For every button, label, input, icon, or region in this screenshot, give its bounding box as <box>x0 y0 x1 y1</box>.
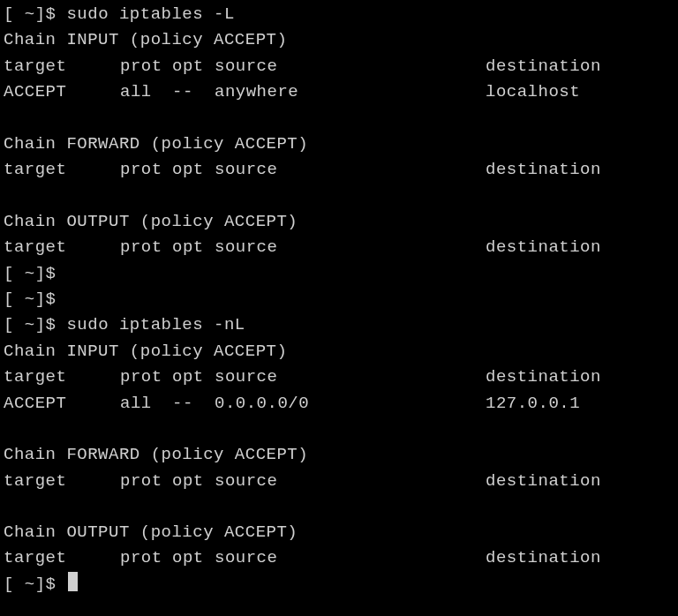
col-target: target <box>4 54 120 79</box>
blank-line <box>4 184 674 209</box>
col-opt: opt <box>172 469 215 494</box>
cursor-block <box>68 572 78 591</box>
table-header-row: targetprotoptsourcedestination <box>4 235 674 260</box>
col-source: source <box>215 54 486 79</box>
prompt-line-1: [ ~]$ sudo iptables -L <box>4 2 674 27</box>
table-header-row: targetprotoptsourcedestination <box>4 364 674 390</box>
command-2: sudo iptables -nL <box>66 312 245 338</box>
col-destination: destination <box>486 157 601 183</box>
col-target: target <box>4 545 120 571</box>
rule-target: ACCEPT <box>4 391 120 417</box>
col-source: source <box>215 235 486 260</box>
col-destination: destination <box>486 54 601 79</box>
col-opt: opt <box>172 54 215 79</box>
rule-prot: all <box>120 391 172 417</box>
chain-forward-header-2: Chain FORWARD (policy ACCEPT) <box>4 442 674 468</box>
table-header-row: targetprotoptsourcedestination <box>4 469 674 494</box>
table-header-row: targetprotoptsourcedestination <box>4 157 674 183</box>
rule-row-2: ACCEPTall--0.0.0.0/0127.0.0.1 <box>4 391 674 417</box>
prompt-line-2: [ ~]$ sudo iptables -nL <box>4 312 674 338</box>
chain-forward-header-1: Chain FORWARD (policy ACCEPT) <box>4 131 674 157</box>
prompt: [ ~]$ <box>4 2 66 27</box>
prompt: [ ~]$ <box>4 572 66 597</box>
col-destination: destination <box>486 469 601 494</box>
blank-line <box>4 106 674 131</box>
col-target: target <box>4 364 120 390</box>
rule-prot: all <box>120 79 172 105</box>
col-target: target <box>4 469 120 494</box>
col-target: target <box>4 235 120 260</box>
prompt-line-empty-1: [ ~]$ <box>4 261 674 287</box>
blank-line <box>4 494 674 520</box>
col-prot: prot <box>120 364 172 390</box>
prompt-line-active[interactable]: [ ~]$ <box>4 572 674 597</box>
prompt-line-empty-2: [ ~]$ <box>4 287 674 312</box>
rule-target: ACCEPT <box>4 79 120 105</box>
prompt: [ ~]$ <box>4 312 66 338</box>
chain-input-header-2: Chain INPUT (policy ACCEPT) <box>4 339 674 364</box>
col-source: source <box>215 157 486 183</box>
col-destination: destination <box>486 235 601 260</box>
col-opt: opt <box>172 545 215 571</box>
col-destination: destination <box>486 545 601 571</box>
command-1: sudo iptables -L <box>66 2 234 27</box>
col-source: source <box>215 545 486 571</box>
rule-source: anywhere <box>215 79 486 105</box>
rule-destination: localhost <box>486 79 580 105</box>
col-prot: prot <box>120 545 172 571</box>
table-header-row: targetprotoptsourcedestination <box>4 54 674 79</box>
col-destination: destination <box>486 364 601 390</box>
col-opt: opt <box>172 157 215 183</box>
col-target: target <box>4 157 120 183</box>
blank-line <box>4 417 674 442</box>
col-source: source <box>215 469 486 494</box>
col-source: source <box>215 364 486 390</box>
col-prot: prot <box>120 235 172 260</box>
rule-row-1: ACCEPTall--anywherelocalhost <box>4 79 674 105</box>
chain-input-header-1: Chain INPUT (policy ACCEPT) <box>4 27 674 53</box>
chain-output-header-2: Chain OUTPUT (policy ACCEPT) <box>4 520 674 545</box>
col-opt: opt <box>172 364 215 390</box>
rule-opt: -- <box>172 79 215 105</box>
table-header-row: targetprotoptsourcedestination <box>4 545 674 571</box>
rule-destination: 127.0.0.1 <box>486 391 580 417</box>
col-prot: prot <box>120 54 172 79</box>
col-prot: prot <box>120 469 172 494</box>
col-prot: prot <box>120 157 172 183</box>
rule-source: 0.0.0.0/0 <box>215 391 486 417</box>
col-opt: opt <box>172 235 215 260</box>
chain-output-header-1: Chain OUTPUT (policy ACCEPT) <box>4 209 674 235</box>
rule-opt: -- <box>172 391 215 417</box>
